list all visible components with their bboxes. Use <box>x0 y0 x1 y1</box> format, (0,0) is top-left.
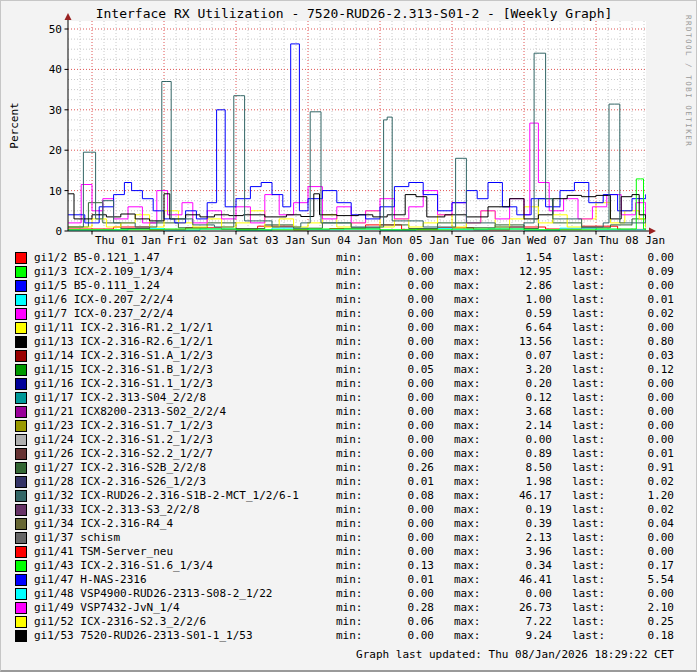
legend-color-swatch <box>15 294 27 306</box>
legend-min-value: 0.00 <box>372 587 434 601</box>
legend-max-value: 13.56 <box>490 335 552 349</box>
legend-interface-label: gi1/24 ICX-2.316-S1.2_1/2/3 <box>34 433 336 447</box>
legend-last-label: last: <box>572 419 618 433</box>
legend-interface-label: gi1/16 ICX-2.316-S1.1_1/2/3 <box>34 377 336 391</box>
legend-max-label: max: <box>454 293 490 307</box>
legend-max-value: 0.19 <box>490 503 552 517</box>
legend-max-value: 6.64 <box>490 321 552 335</box>
legend-max-value: 0.59 <box>490 307 552 321</box>
legend-max-label: max: <box>454 573 490 587</box>
legend-max-label: max: <box>454 587 490 601</box>
legend-last-label: last: <box>572 349 618 363</box>
legend-last-value: 0.17 <box>618 559 674 573</box>
legend-last-value: 0.00 <box>618 321 674 335</box>
legend-color-swatch <box>15 378 27 390</box>
legend-row: gi1/21 ICX8200-2313-S02_2/2/4min:0.00max… <box>1 405 696 419</box>
legend-interface-label: gi1/14 ICX-2.316-S1.A_1/2/3 <box>34 349 336 363</box>
legend-color-swatch <box>15 392 27 404</box>
legend-last-value: 2.10 <box>618 601 674 615</box>
legend-interface-label: gi1/49 VSP7432-JvN_1/4 <box>34 601 336 615</box>
legend-interface-label: gi1/53 7520-RUD26-2313-S01-1_1/53 <box>34 629 336 643</box>
legend-min-label: min: <box>336 545 372 559</box>
legend-last-value: 0.00 <box>618 251 674 265</box>
legend-max-value: 0.39 <box>490 517 552 531</box>
legend-color-swatch <box>15 490 27 502</box>
legend-interface-label: gi1/37 schism <box>34 531 336 545</box>
legend-min-value: 0.00 <box>372 279 434 293</box>
legend-interface-label: gi1/28 ICX-2.316-S26_1/2/3 <box>34 475 336 489</box>
legend-max-label: max: <box>454 377 490 391</box>
legend-last-label: last: <box>572 601 618 615</box>
legend-last-label: last: <box>572 391 618 405</box>
legend-max-value: 0.34 <box>490 559 552 573</box>
legend-max-label: max: <box>454 629 490 643</box>
legend-last-value: 0.00 <box>618 377 674 391</box>
legend-min-label: min: <box>336 601 372 615</box>
legend-row: gi1/15 ICX-2.316-S1.B_1/2/3min:0.05max:3… <box>1 363 696 377</box>
legend-row: gi1/14 ICX-2.316-S1.A_1/2/3min:0.00max:0… <box>1 349 696 363</box>
legend-min-value: 0.06 <box>372 615 434 629</box>
legend-max-value: 3.68 <box>490 405 552 419</box>
legend-min-value: 0.00 <box>372 531 434 545</box>
legend-max-value: 1.54 <box>490 251 552 265</box>
legend-color-swatch <box>15 616 27 628</box>
legend-max-value: 0.00 <box>490 433 552 447</box>
legend-color-swatch <box>15 252 27 264</box>
legend-min-label: min: <box>336 531 372 545</box>
legend-last-label: last: <box>572 531 618 545</box>
legend-color-swatch <box>15 434 27 446</box>
legend-last-value: 0.00 <box>618 279 674 293</box>
legend-min-label: min: <box>336 293 372 307</box>
legend-last-label: last: <box>572 377 618 391</box>
legend-interface-label: gi1/13 ICX-2.316-R2.6_1/2/1 <box>34 335 336 349</box>
legend-last-value: 0.02 <box>618 475 674 489</box>
legend-last-value: 0.01 <box>618 293 674 307</box>
legend-row: gi1/41 TSM-Server_neumin:0.00max:3.96las… <box>1 545 696 559</box>
legend-color-swatch <box>15 308 27 320</box>
legend-max-value: 3.20 <box>490 363 552 377</box>
legend-min-value: 0.00 <box>372 293 434 307</box>
legend-max-label: max: <box>454 447 490 461</box>
legend-min-label: min: <box>336 307 372 321</box>
legend-min-label: min: <box>336 433 372 447</box>
legend-row: gi1/47 H-NAS-2316min:0.01max:46.41last:5… <box>1 573 696 587</box>
legend-color-swatch <box>15 406 27 418</box>
legend-row: gi1/5 B5-0.111_1.24min:0.00max:2.86last:… <box>1 279 696 293</box>
legend-last-value: 0.91 <box>618 461 674 475</box>
legend-max-label: max: <box>454 279 490 293</box>
legend-max-value: 1.98 <box>490 475 552 489</box>
legend-min-label: min: <box>336 517 372 531</box>
legend-min-label: min: <box>336 265 372 279</box>
legend-max-value: 0.12 <box>490 391 552 405</box>
legend-last-value: 0.02 <box>618 503 674 517</box>
legend-last-label: last: <box>572 503 618 517</box>
legend-row: gi1/34 ICX-2.316-R4_4min:0.00max:0.39las… <box>1 517 696 531</box>
legend-max-value: 7.22 <box>490 615 552 629</box>
legend-last-label: last: <box>572 363 618 377</box>
legend-min-value: 0.00 <box>372 517 434 531</box>
x-tick-label: Tue 06 Jan <box>455 234 521 247</box>
legend-row: gi1/2 B5-0.121_1.47min:0.00max:1.54last:… <box>1 251 696 265</box>
legend-color-swatch <box>15 588 27 600</box>
legend-min-value: 0.00 <box>372 545 434 559</box>
legend-min-label: min: <box>336 503 372 517</box>
legend-last-value: 0.00 <box>618 433 674 447</box>
legend-last-value: 0.00 <box>618 405 674 419</box>
legend-min-value: 0.00 <box>372 265 434 279</box>
legend-max-label: max: <box>454 419 490 433</box>
x-tick-label: Sat 03 Jan <box>239 234 305 247</box>
legend-min-value: 0.26 <box>372 461 434 475</box>
y-tick-label: 20 <box>49 144 62 157</box>
legend-min-value: 0.01 <box>372 475 434 489</box>
legend-min-label: min: <box>336 461 372 475</box>
legend-min-value: 0.00 <box>372 433 434 447</box>
legend-last-label: last: <box>572 587 618 601</box>
y-tick-label: 50 <box>49 23 62 36</box>
legend-min-label: min: <box>336 419 372 433</box>
legend-color-swatch <box>15 336 27 348</box>
y-tick-label: 0 <box>55 225 62 238</box>
legend-max-label: max: <box>454 335 490 349</box>
legend-row: gi1/53 7520-RUD26-2313-S01-1_1/53min:0.0… <box>1 629 696 643</box>
legend-last-value: 0.00 <box>618 545 674 559</box>
legend-color-swatch <box>15 574 27 586</box>
